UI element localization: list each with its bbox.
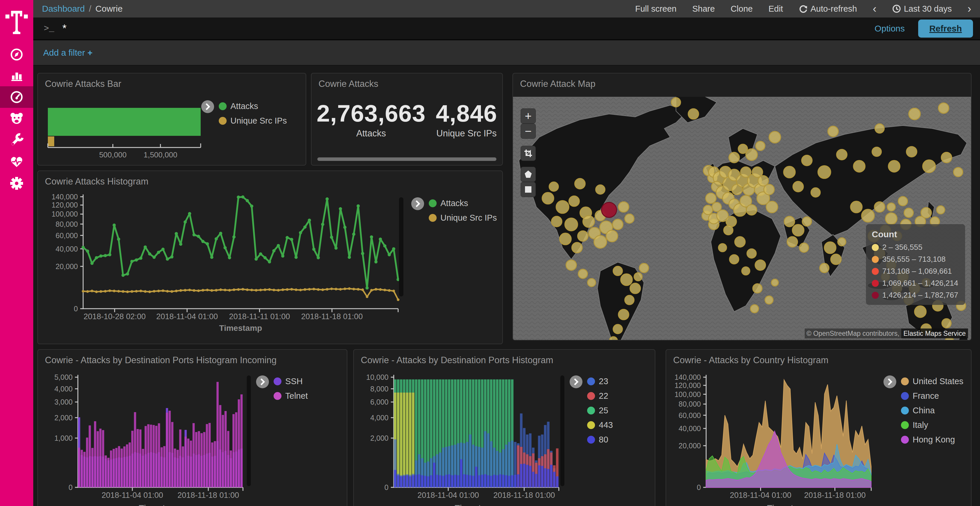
options-link[interactable]: Options: [875, 24, 905, 33]
svg-text:2018-11-04 01:00: 2018-11-04 01:00: [156, 312, 218, 321]
legend: SSHTelnet: [256, 376, 308, 401]
country-chart[interactable]: 020,00040,00060,00080,000100,000120,0001…: [671, 373, 875, 506]
legend-item[interactable]: Hong Kong: [901, 435, 963, 444]
legend-expand-button[interactable]: [570, 376, 582, 388]
legend: AttacksUnique Src IPs: [201, 100, 287, 125]
refresh-button[interactable]: Refresh: [918, 19, 973, 38]
ports-chart[interactable]: 02,0004,0006,0008,00010,0002018-11-04 01…: [358, 373, 562, 506]
svg-text:2018-11-18 01:00: 2018-11-18 01:00: [301, 312, 363, 321]
sidebar-item-dev-tools[interactable]: [0, 129, 33, 151]
sidebar-item-discover[interactable]: [0, 44, 33, 65]
legend-item[interactable]: SSH: [274, 377, 308, 386]
svg-text:2,000: 2,000: [370, 434, 388, 442]
sidebar-item-honeypot[interactable]: [0, 108, 33, 129]
legend-item[interactable]: Telnet: [274, 391, 308, 401]
legend-item[interactable]: 443: [587, 420, 613, 430]
breadcrumb-separator: /: [89, 4, 91, 14]
rectangle-icon: [524, 186, 532, 193]
legend-expand-button[interactable]: [411, 197, 424, 210]
svg-text:4,000: 4,000: [370, 414, 388, 422]
bear-icon: [10, 112, 24, 125]
legend-scrollbar[interactable]: [560, 376, 565, 486]
sidebar-item-management[interactable]: [0, 173, 33, 194]
panel-cowrie-attacks-histogram: Cowrie Attacks Histogram 020,00040,00060…: [37, 171, 503, 344]
panel-title: Cowrie Attack Map: [520, 79, 595, 89]
chevron-right-icon: [573, 378, 579, 385]
osm-attribution[interactable]: © OpenStreetMap contributors,: [805, 328, 901, 338]
refresh-cycle-icon: [799, 5, 808, 13]
wrench-icon: [10, 133, 24, 147]
legend-item[interactable]: 22: [587, 391, 613, 401]
legend-item[interactable]: France: [901, 391, 963, 401]
ems-attribution[interactable]: Elastic Maps Service: [901, 328, 968, 338]
legend-item[interactable]: Unique Src IPs: [219, 116, 287, 125]
attack-map[interactable]: + − Count 2 – 356,555356,555 – 713,10871…: [513, 97, 971, 340]
svg-text:0: 0: [697, 483, 701, 492]
share-button[interactable]: Share: [692, 4, 715, 14]
time-range-picker[interactable]: Last 30 days: [892, 4, 952, 14]
svg-text:2018-11-18 01:00: 2018-11-18 01:00: [493, 491, 555, 500]
map-polygon-tool-button[interactable]: [520, 167, 536, 182]
legend-item[interactable]: Attacks: [429, 198, 497, 208]
ports-incoming-chart[interactable]: 01,0002,0003,0004,0005,0002018-11-04 01:…: [42, 373, 247, 506]
legend-expand-button[interactable]: [201, 100, 214, 113]
sidebar-item-monitoring[interactable]: [0, 151, 33, 173]
svg-text:2018-11-04 01:00: 2018-11-04 01:00: [417, 491, 479, 500]
legend-color-dot: [872, 292, 879, 299]
attacks-bar-chart[interactable]: 500,0001,500,000: [44, 94, 203, 164]
legend: United StatesFranceChinaItalyHong Kong: [883, 376, 963, 444]
clone-button[interactable]: Clone: [731, 4, 753, 14]
map-zoom-out-button[interactable]: −: [520, 124, 536, 139]
add-filter-link[interactable]: Add a filter +: [43, 48, 92, 58]
breadcrumb-current: Cowrie: [95, 4, 123, 14]
legend-color-dot: [872, 268, 879, 275]
svg-text:1,000: 1,000: [54, 434, 73, 442]
legend-item[interactable]: 25: [587, 406, 613, 416]
legend-item[interactable]: United States: [901, 377, 963, 386]
map-attribution: © OpenStreetMap contributors,Elastic Map…: [805, 330, 968, 338]
query-input[interactable]: *: [62, 22, 875, 35]
edit-button[interactable]: Edit: [768, 4, 783, 14]
svg-text:0: 0: [68, 483, 73, 492]
legend-scrollbar[interactable]: [399, 197, 403, 297]
panel-title: Cowrie Attacks Bar: [45, 79, 121, 89]
attacks-histogram-chart[interactable]: 020,00040,00060,00080,000100,000120,0001…: [44, 192, 402, 343]
breadcrumb-dashboard[interactable]: Dashboard: [42, 4, 85, 14]
t-mobile-logo[interactable]: [0, 4, 33, 36]
legend-item[interactable]: Unique Src IPs: [429, 213, 497, 223]
svg-text:140,000: 140,000: [675, 373, 701, 381]
legend-item[interactable]: 23: [587, 377, 613, 386]
legend-item[interactable]: Attacks: [219, 102, 287, 111]
svg-text:Timestamp: Timestamp: [455, 503, 498, 506]
svg-text:20,000: 20,000: [679, 442, 701, 450]
svg-text:Timestamp: Timestamp: [767, 503, 810, 506]
legend-expand-button[interactable]: [256, 376, 269, 388]
map-zoom-in-button[interactable]: +: [520, 108, 536, 124]
top-navigation-bar: Dashboard / Cowrie Full screen Share Clo…: [33, 0, 980, 17]
legend-color-dot: [429, 199, 437, 207]
legend-item[interactable]: 80: [587, 435, 613, 444]
panel-ports-histogram: Cowrie - Attacks by Destination Ports Hi…: [353, 349, 655, 506]
legend-expand-button[interactable]: [883, 376, 896, 388]
legend-item[interactable]: Italy: [901, 420, 963, 430]
horizontal-scrollbar[interactable]: [317, 157, 496, 161]
query-bar: >_ * Options Refresh: [33, 17, 980, 40]
time-forward-button[interactable]: ›: [967, 3, 971, 15]
svg-text:60,000: 60,000: [56, 232, 78, 240]
full-screen-button[interactable]: Full screen: [635, 4, 677, 14]
legend-scrollbar[interactable]: [247, 376, 251, 486]
svg-text:1,500,000: 1,500,000: [143, 151, 177, 159]
heartbeat-icon: [10, 155, 24, 169]
chevron-right-icon: [887, 378, 893, 385]
svg-text:8,000: 8,000: [370, 385, 388, 393]
panel-country-histogram: Cowrie - Attacks by Country Histogram 02…: [666, 349, 972, 506]
map-rectangle-tool-button[interactable]: [520, 182, 536, 197]
time-back-button[interactable]: ‹: [873, 3, 877, 15]
legend-color-dot: [587, 421, 595, 429]
sidebar-item-visualize[interactable]: [0, 65, 33, 86]
auto-refresh-button[interactable]: Auto-refresh: [799, 4, 857, 14]
map-crop-tool-button[interactable]: [520, 146, 536, 161]
legend-item[interactable]: China: [901, 406, 963, 416]
gear-icon: [10, 176, 24, 190]
sidebar-item-dashboard[interactable]: [0, 86, 33, 108]
